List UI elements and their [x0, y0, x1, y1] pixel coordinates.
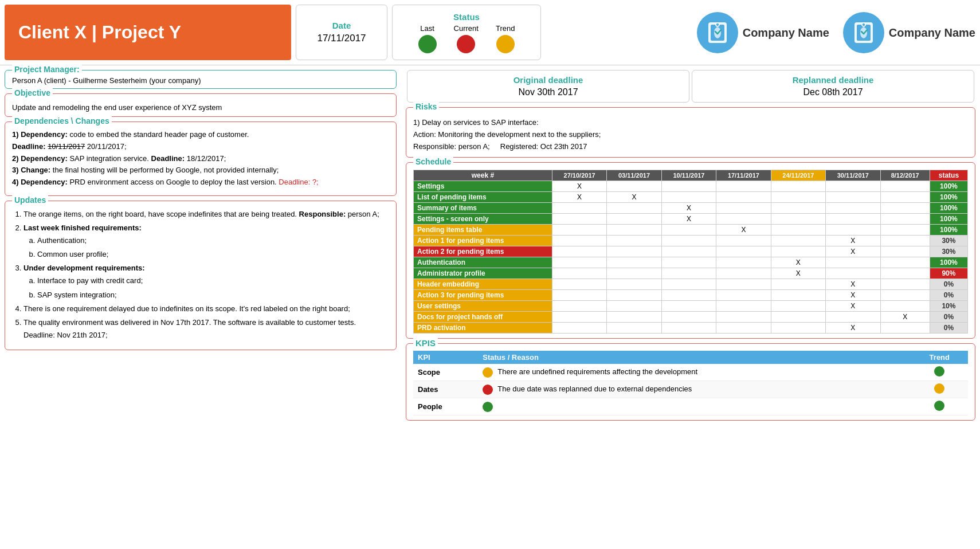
schedule-cell: [716, 246, 771, 257]
update-2a: Authentication;: [37, 234, 389, 247]
kpis-status-dot: [483, 402, 493, 412]
schedule-label: Schedule: [413, 157, 453, 166]
schedule-cell: [607, 279, 661, 290]
kpis-trend-dot: [934, 401, 944, 411]
kpis-label: KPIS: [413, 338, 438, 348]
schedule-cell: [607, 312, 661, 323]
status-label: Status: [453, 12, 480, 22]
schedule-cell: [661, 279, 716, 290]
objective-section: Objective Update and remodeling the end …: [5, 93, 397, 117]
kpis-trend-cell: [911, 364, 968, 381]
schedule-cell: [607, 257, 661, 268]
schedule-cell: [771, 192, 825, 203]
schedule-cell: [552, 214, 606, 225]
schedule-status-cell: 100%: [930, 214, 967, 225]
schedule-cell: [771, 290, 825, 301]
schedule-cell: [880, 214, 930, 225]
schedule-row: SettingsX100%: [414, 181, 968, 192]
schedule-cell: X: [771, 268, 825, 279]
schedule-row-name: PRD activation: [414, 323, 552, 334]
schedule-header-date7: 8/12/2017: [880, 170, 930, 181]
kpis-header-status: Status / Reason: [478, 351, 911, 364]
schedule-cell: [552, 268, 606, 279]
kpis-reason-text: The due date was replanned due to extern…: [497, 385, 692, 393]
schedule-cell: [716, 301, 771, 312]
schedule-header-date6: 30/11/2017: [826, 170, 880, 181]
schedule-cell: [880, 181, 930, 192]
schedule-cell: X: [661, 214, 716, 225]
schedule-cell: X: [826, 290, 880, 301]
kpis-row: ScopeThere are undefined requirements af…: [413, 364, 968, 381]
dep2-bold: 2) Dependency:: [12, 154, 68, 163]
schedule-cell: [771, 301, 825, 312]
pm-value: Person A (client) - Guilherme Sesterheim…: [12, 76, 389, 85]
schedule-status-cell: 0%: [930, 323, 967, 334]
schedule-cell: [880, 192, 930, 203]
kpis-section: KPIS KPI Status / Reason Trend ScopeTher…: [406, 343, 975, 421]
schedule-cell: X: [552, 192, 606, 203]
kpis-status-cell: There are undefined requirements affecti…: [478, 364, 911, 381]
schedule-row: Action 1 for pending itemsX30%: [414, 236, 968, 246]
status-dots-row: Last Current Trend: [418, 24, 515, 53]
dep1-deadline-label: Deadline:: [12, 142, 46, 151]
schedule-cell: X: [880, 312, 930, 323]
schedule-cell: X: [826, 323, 880, 334]
schedule-row: Summary of itemsX100%: [414, 203, 968, 214]
schedule-cell: [552, 257, 606, 268]
schedule-cell: [607, 268, 661, 279]
schedule-cell: [661, 257, 716, 268]
company2-name: Company Name: [889, 26, 975, 40]
schedule-cell: [607, 246, 661, 257]
schedule-cell: [880, 257, 930, 268]
project-title: Client X | Project Y: [5, 5, 291, 60]
schedule-status-cell: 10%: [930, 301, 967, 312]
schedule-cell: [552, 246, 606, 257]
kpis-trend-dot: [934, 383, 944, 394]
company1-logo: Company Name: [697, 12, 829, 53]
schedule-cell: [716, 257, 771, 268]
schedule-cell: [607, 225, 661, 236]
company2-logo: Company Name: [843, 12, 975, 53]
objective-label: Objective: [12, 88, 53, 97]
schedule-cell: [880, 290, 930, 301]
schedule-row-name: List of pending items: [414, 192, 552, 203]
schedule-cell: [607, 323, 661, 334]
schedule-cell: [661, 301, 716, 312]
status-current-dot: [457, 35, 475, 53]
schedule-cell: [716, 236, 771, 246]
schedule-cell: [661, 268, 716, 279]
schedule-row-name: Settings - screen only: [414, 214, 552, 225]
deadlines-row: Original deadline Nov 30th 2017 Replanne…: [406, 70, 975, 103]
kpis-trend-cell: [911, 381, 968, 398]
replanned-deadline-value: Dec 08th 2017: [803, 87, 863, 97]
update-2b: Common user profile;: [37, 248, 389, 261]
schedule-cell: [716, 279, 771, 290]
schedule-status-cell: 100%: [930, 203, 967, 214]
dep1-bold: 1) Dependency:: [12, 130, 68, 139]
schedule-cell: X: [716, 225, 771, 236]
schedule-cell: [607, 236, 661, 246]
schedule-row-name: Authentication: [414, 257, 552, 268]
schedule-status-cell: 100%: [930, 225, 967, 236]
schedule-cell: [771, 312, 825, 323]
schedule-cell: [552, 203, 606, 214]
schedule-cell: [716, 290, 771, 301]
objective-value: Update and remodeling the end user exper…: [12, 103, 389, 112]
schedule-cell: [880, 225, 930, 236]
header: Client X | Project Y Date 17/11/2017 Sta…: [0, 0, 980, 65]
schedule-cell: [716, 192, 771, 203]
schedule-table: week # 27/10/2017 03/11/2017 10/11/2017 …: [413, 170, 968, 334]
schedule-cell: [716, 312, 771, 323]
schedule-cell: [661, 192, 716, 203]
kpis-row: People: [413, 398, 968, 415]
schedule-row-name: Summary of items: [414, 203, 552, 214]
date-value: 17/11/2017: [317, 33, 366, 44]
schedule-row-name: Administrator profile: [414, 268, 552, 279]
project-manager-section: Project Manager: Person A (client) - Gui…: [5, 70, 397, 89]
company2-icon: [843, 12, 884, 53]
schedule-row: Docs for project hands offX0%: [414, 312, 968, 323]
schedule-cell: [771, 323, 825, 334]
schedule-cell: [661, 312, 716, 323]
schedule-status-cell: 30%: [930, 246, 967, 257]
schedule-cell: [552, 225, 606, 236]
